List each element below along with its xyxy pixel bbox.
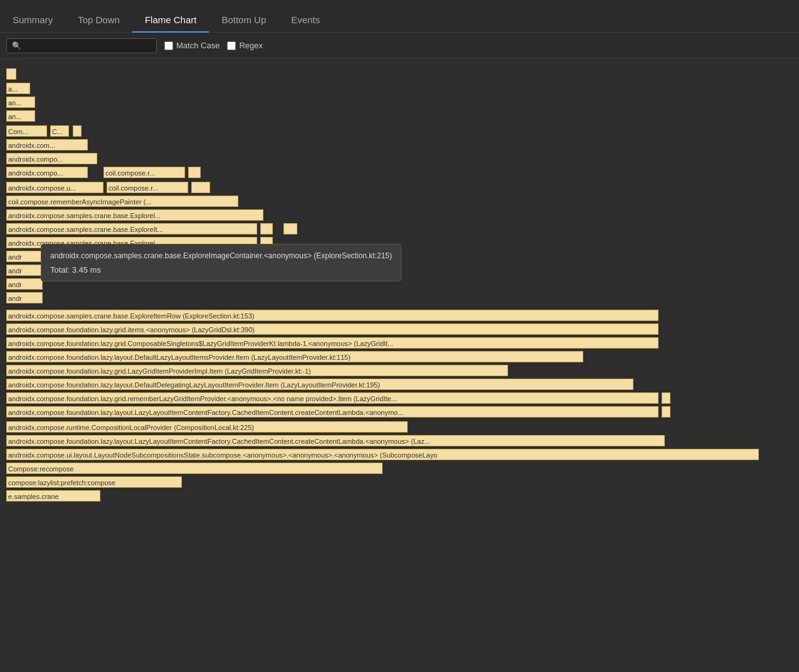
flame-bar[interactable]: androidx.compo... (6, 153, 97, 164)
flame-bar[interactable]: andr (6, 292, 43, 303)
flame-bar[interactable]: androidx.compose.foundation.lazy.layout.… (6, 379, 633, 390)
flame-bar[interactable] (662, 406, 670, 417)
flame-bar[interactable]: an... (6, 110, 35, 122)
flame-bar[interactable]: compose:lazylist:prefetch:compose (6, 476, 182, 488)
tab-events[interactable]: Events (278, 8, 332, 33)
tab-summary[interactable]: Summary (0, 8, 65, 33)
search-icon: 🔍 (12, 41, 21, 50)
flame-container: a...an...an...Com...C...androidx.com...a… (0, 59, 799, 672)
regex-text: Regex (239, 41, 263, 50)
flame-bar[interactable] (260, 237, 273, 248)
flame-bar[interactable]: androidx.compose.foundation.lazy.layout.… (6, 435, 665, 446)
search-wrapper: 🔍 (6, 38, 157, 53)
search-bar: 🔍 Match Case Regex (0, 33, 799, 59)
flame-bar[interactable]: androidx.compose.u... (6, 182, 103, 193)
flame-bar[interactable] (283, 223, 297, 234)
flame-bar[interactable]: andr (6, 251, 43, 262)
flame-bar[interactable]: androidx.compose.foundation.lazy.grid.re… (6, 392, 659, 404)
flame-bar[interactable]: a... (6, 83, 30, 94)
flame-bar[interactable]: androidx.compose.samples.crane.base.Expl… (6, 237, 257, 248)
flame-bar[interactable]: androidx.compose.foundation.lazy.layout.… (6, 351, 583, 362)
flame-bar[interactable]: androidx.compose.foundation.lazy.grid.La… (6, 365, 508, 376)
search-input[interactable] (24, 41, 137, 50)
flame-bar[interactable]: androidx.compose.runtime.CompositionLoca… (6, 421, 408, 433)
flame-bar[interactable] (6, 68, 16, 80)
flame-bar[interactable]: androidx.com... (6, 139, 88, 150)
flame-bar[interactable] (260, 223, 273, 234)
regex-checkbox[interactable] (227, 41, 236, 50)
flame-bar[interactable] (188, 167, 201, 178)
flame-bar[interactable]: androidx.compose.foundation.lazy.layout.… (6, 406, 659, 417)
tab-bar: Summary Top Down Flame Chart Bottom Up E… (0, 0, 799, 33)
flame-bar[interactable]: e.samples.crane (6, 490, 100, 501)
flame-bar[interactable]: androidx.compose.ui.layout.LayoutNodeSub… (6, 449, 759, 460)
flame-bar[interactable]: coil.compose.rememberAsyncImagePainter (… (6, 196, 238, 207)
flame-bar[interactable]: androidx.compose.foundation.lazy.grid.it… (6, 323, 659, 335)
flame-bar[interactable]: andr (6, 278, 43, 290)
flame-bar[interactable]: C... (50, 125, 69, 137)
flame-bar[interactable] (73, 125, 82, 137)
tab-bottom-up[interactable]: Bottom Up (209, 8, 278, 33)
flame-bar[interactable]: androidx.compose.foundation.lazy.grid.Co… (6, 337, 659, 349)
flame-bar[interactable] (191, 182, 210, 193)
tab-flame-chart[interactable]: Flame Chart (132, 8, 209, 33)
flame-area: a...an...an...Com...C...androidx.com...a… (0, 59, 799, 672)
flame-bar[interactable]: androidx.compose.samples.crane.base.Expl… (6, 310, 659, 321)
tab-top-down[interactable]: Top Down (65, 8, 132, 33)
flame-bar[interactable]: androidx.compo... (6, 167, 88, 178)
match-case-label[interactable]: Match Case (164, 41, 220, 50)
flame-bar[interactable]: coil.compose.r... (103, 167, 185, 178)
flame-bar[interactable]: an... (6, 97, 35, 108)
flame-bar[interactable] (662, 392, 670, 404)
flame-bar[interactable]: androidx.compose.samples.crane.base.Expl… (6, 209, 263, 221)
flame-bar[interactable]: Compose:recompose (6, 463, 383, 474)
flame-bar[interactable]: coil.compose.r... (107, 182, 188, 193)
match-case-checkbox[interactable] (164, 41, 173, 50)
flame-bar[interactable]: androidx.compose.samples.crane.base.Expl… (6, 223, 257, 234)
regex-label[interactable]: Regex (227, 41, 263, 50)
flame-bar[interactable]: Com... (6, 125, 47, 137)
match-case-text: Match Case (176, 41, 220, 50)
flame-bar[interactable]: andr (6, 265, 43, 276)
